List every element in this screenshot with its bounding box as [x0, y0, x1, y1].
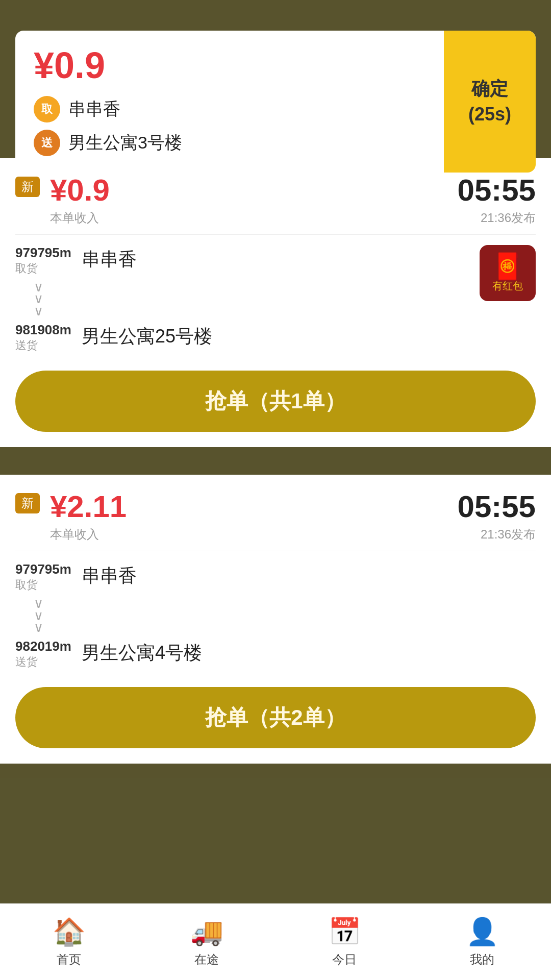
- order-header-2: 新 ¥2.11 本单收入 05:55 21:36发布: [15, 475, 536, 551]
- order-confirm-modal: ¥0.9 取 串串香 送 男生公寓3号楼 确定 (25s): [15, 31, 536, 173]
- mine-icon: 👤: [466, 916, 499, 947]
- modal-pick-row: 取 串串香: [34, 96, 425, 122]
- nav-item-today[interactable]: 📅 今日: [276, 904, 413, 980]
- bottom-nav: 🏠 首页 🚚 在途 📅 今日 👤 我的: [0, 903, 551, 980]
- nav-item-home[interactable]: 🏠 首页: [0, 904, 138, 980]
- order-card-1: 新 ¥0.9 本单收入 05:55 21:36发布 979795m 取货 串串香…: [0, 158, 551, 447]
- order-income-label-1: 本单收入: [50, 210, 458, 226]
- order-income-label-2: 本单收入: [50, 526, 458, 543]
- modal-pick-location: 串串香: [68, 97, 120, 121]
- red-packet-icon: 🧧: [492, 254, 523, 279]
- modal-deliver-location: 男生公寓3号楼: [68, 131, 182, 155]
- modal-price: ¥0.9: [34, 47, 425, 84]
- pick-name-2: 串串香: [82, 561, 536, 589]
- nav-item-transit[interactable]: 🚚 在途: [138, 904, 276, 980]
- order-time-2: 05:55: [458, 489, 536, 524]
- deliver-row-1: 981908m 送货 男生公寓25号楼: [15, 322, 536, 353]
- deliver-type-2: 送货: [15, 654, 82, 670]
- nav-label-transit: 在途: [194, 951, 219, 968]
- confirm-label: 确定 (25s): [468, 76, 511, 128]
- order-body-1: 979795m 取货 串串香 🧧 有红包 ∨ ∨ ∨ 981908m 送货: [15, 245, 536, 432]
- order-price-2: ¥2.11: [50, 489, 458, 524]
- order-time-block-1: 05:55 21:36发布: [458, 173, 536, 226]
- nav-label-mine: 我的: [470, 951, 494, 968]
- modal-deliver-row: 送 男生公寓3号楼: [34, 130, 425, 156]
- deliver-row-2: 982019m 送货 男生公寓4号楼: [15, 639, 536, 670]
- deliver-type-1: 送货: [15, 338, 82, 353]
- new-badge-1: 新: [15, 177, 40, 197]
- modal-left-panel: ¥0.9 取 串串香 送 男生公寓3号楼: [15, 31, 444, 173]
- pick-type-1: 取货: [15, 261, 82, 276]
- deliver-dist-2: 982019m: [15, 639, 82, 654]
- order-publish-1: 21:36发布: [458, 210, 536, 226]
- order-price-block-2: ¥2.11 本单收入: [50, 489, 458, 543]
- deliver-tag: 送: [34, 130, 60, 156]
- today-icon: 📅: [328, 916, 361, 947]
- nav-label-today: 今日: [332, 951, 357, 968]
- pick-tag: 取: [34, 96, 60, 122]
- modal-route: 取 串串香 送 男生公寓3号楼: [34, 96, 425, 156]
- red-packet-text: 有红包: [492, 279, 523, 293]
- transit-icon: 🚚: [190, 916, 223, 947]
- deliver-name-2: 男生公寓4号楼: [82, 639, 536, 666]
- pick-dist-1: 979795m: [15, 245, 82, 261]
- deliver-dist-1: 981908m: [15, 322, 82, 338]
- modal-confirm-button[interactable]: 确定 (25s): [444, 31, 536, 173]
- pick-left-2: 979795m 取货: [15, 561, 82, 593]
- order-time-block-2: 05:55 21:36发布: [458, 489, 536, 543]
- order-publish-2: 21:36发布: [458, 526, 536, 543]
- main-content: 新 ¥0.9 本单收入 05:55 21:36发布 979795m 取货 串串香…: [0, 158, 551, 857]
- pick-dist-2: 979795m: [15, 561, 82, 577]
- pick-row-1: 979795m 取货 串串香 🧧 有红包: [15, 245, 536, 276]
- order-card-2: 新 ¥2.11 本单收入 05:55 21:36发布 979795m 取货 串串…: [0, 475, 551, 764]
- red-packet-badge-1: 🧧 有红包: [480, 245, 536, 301]
- order-body-2: 979795m 取货 串串香 ∨ ∨ ∨ 982019m 送货 男生公寓4号楼 …: [15, 561, 536, 748]
- nav-item-mine[interactable]: 👤 我的: [413, 904, 551, 980]
- pick-left-1: 979795m 取货: [15, 245, 82, 276]
- pick-name-1: 串串香: [82, 245, 536, 272]
- grab-button-2[interactable]: 抢单（共2单）: [15, 687, 536, 748]
- pick-type-2: 取货: [15, 577, 82, 593]
- home-icon: 🏠: [53, 916, 86, 947]
- deliver-left-2: 982019m 送货: [15, 639, 82, 670]
- arrows-down-1: ∨ ∨ ∨: [34, 281, 536, 317]
- deliver-left-1: 981908m 送货: [15, 322, 82, 353]
- order-price-1: ¥0.9: [50, 173, 458, 208]
- deliver-name-1: 男生公寓25号楼: [82, 322, 536, 349]
- nav-label-home: 首页: [57, 951, 81, 968]
- new-badge-2: 新: [15, 493, 40, 513]
- arrows-down-2: ∨ ∨ ∨: [34, 598, 536, 633]
- grab-button-1[interactable]: 抢单（共1单）: [15, 371, 536, 432]
- spacer: [0, 459, 551, 475]
- order-price-block-1: ¥0.9 本单收入: [50, 173, 458, 226]
- order-time-1: 05:55: [458, 173, 536, 208]
- pick-row-2: 979795m 取货 串串香: [15, 561, 536, 593]
